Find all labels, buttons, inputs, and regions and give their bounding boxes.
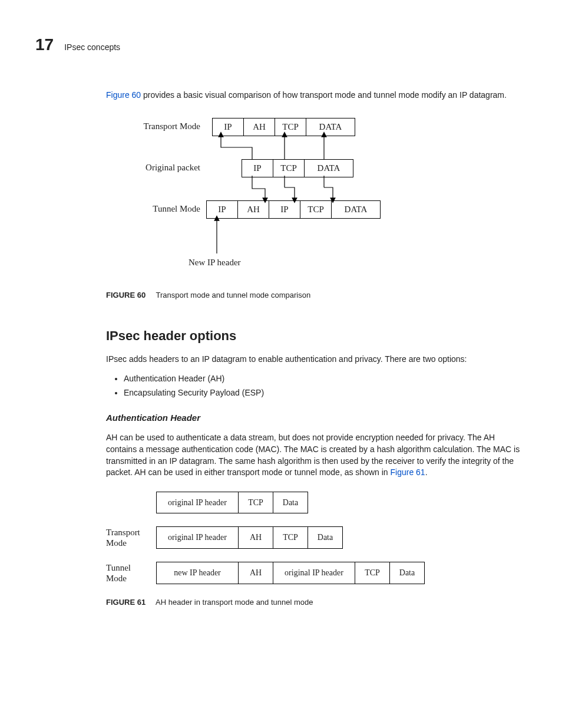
ah-text-a: AH can be used to authenticate a data st…	[106, 433, 520, 477]
fig60-original-boxes: IP TCP DATA	[242, 159, 353, 177]
fig61-row-original: original IP header TCP Data	[106, 492, 527, 514]
fig61-cell: Data	[390, 562, 425, 584]
fig61-cell: Data	[273, 492, 308, 514]
list-item: Encapsulating Security Payload (ESP)	[124, 387, 527, 399]
fig60-cell: DATA	[306, 118, 355, 136]
figure-61-diagram: original IP header TCP Data TransportMod…	[106, 492, 527, 584]
fig61-cell: Data	[308, 526, 343, 549]
fig60-tunnel-boxes: IP AH IP TCP DATA	[206, 200, 381, 219]
page-header: 17 IPsec concepts	[35, 35, 527, 54]
fig60-cell: IP	[269, 200, 300, 219]
fig60-cell: IP	[212, 118, 244, 136]
figure-60-caption-label: FIGURE 60	[106, 291, 146, 299]
fig60-cell: TCP	[273, 159, 305, 177]
fig60-cell: AH	[244, 118, 275, 136]
fig60-original-label: Original packet	[112, 162, 200, 174]
fig61-cell: AH	[239, 562, 273, 584]
fig61-cell: original IP header	[273, 562, 355, 584]
fig60-cell: TCP	[275, 118, 306, 136]
figure-61-link[interactable]: Figure 61	[391, 467, 425, 477]
list-item: Authentication Header (AH)	[124, 373, 527, 385]
fig61-cell: new IP header	[156, 562, 239, 584]
fig60-cell: TCP	[300, 200, 332, 219]
page-number: 17	[35, 35, 54, 54]
fig60-cell: DATA	[332, 200, 381, 219]
fig60-newip-label: New IP header	[189, 256, 241, 269]
fig61-cell: AH	[239, 526, 273, 549]
section-name: IPsec concepts	[64, 42, 120, 52]
heading-authentication-header: Authentication Header	[106, 411, 527, 424]
section-intro: IPsec adds headers to an IP datagram to …	[106, 354, 527, 365]
figure-60-diagram: Transport Mode IP AH TCP DATA Original p…	[112, 118, 418, 277]
ah-paragraph: AH can be used to authenticate a data st…	[106, 432, 527, 478]
fig61-row-transport: TransportMode original IP header AH TCP …	[106, 526, 527, 549]
page: 17 IPsec concepts Figure 60 provides a b…	[0, 0, 562, 728]
fig60-tunnel-label: Tunnel Mode	[112, 203, 200, 215]
figure-61-caption-label: FIGURE 61	[106, 598, 146, 607]
figure-61-caption-text: AH header in transport mode and tunnel m…	[156, 598, 313, 607]
fig60-cell: AH	[238, 200, 269, 219]
figure-61-caption: FIGURE 61 AH header in transport mode an…	[106, 597, 527, 608]
content-body: Figure 60 provides a basic visual compar…	[106, 90, 527, 608]
fig60-cell: IP	[206, 200, 238, 219]
fig61-row-tunnel: TunnelMode new IP header AH original IP …	[106, 562, 527, 584]
fig60-cell: DATA	[305, 159, 353, 177]
fig60-transport-boxes: IP AH TCP DATA	[212, 118, 355, 136]
fig61-cell: original IP header	[156, 492, 239, 514]
heading-ipsec-header-options: IPsec header options	[106, 327, 527, 345]
intro-paragraph: Figure 60 provides a basic visual compar…	[106, 90, 527, 101]
ah-text-b: .	[425, 467, 428, 477]
figure-60-caption-text: Transport mode and tunnel mode compariso…	[156, 291, 311, 299]
fig61-row-label: TransportMode	[106, 527, 156, 548]
figure-60-caption: FIGURE 60 Transport mode and tunnel mode…	[106, 290, 527, 301]
fig60-cell: IP	[242, 159, 273, 177]
fig60-arrows	[112, 118, 418, 277]
intro-rest: provides a basic visual comparison of ho…	[141, 90, 507, 100]
header-options-list: Authentication Header (AH) Encapsulating…	[106, 373, 527, 398]
fig61-cell: TCP	[355, 562, 390, 584]
fig61-row-label: TunnelMode	[106, 562, 156, 584]
fig60-transport-label: Transport Mode	[112, 120, 200, 133]
figure-60-link[interactable]: Figure 60	[106, 90, 141, 100]
fig61-cell: TCP	[239, 492, 273, 514]
fig61-cell: TCP	[273, 526, 308, 549]
fig61-cell: original IP header	[156, 526, 239, 549]
